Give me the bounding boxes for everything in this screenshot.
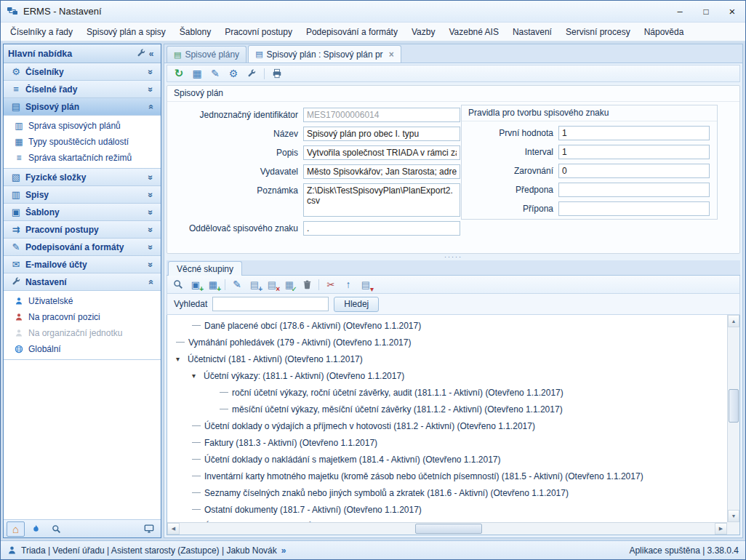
- chevron-double-up-icon[interactable]: »: [145, 102, 156, 112]
- scroll-right-button[interactable]: ▶: [715, 523, 727, 535]
- tree-item[interactable]: Vymáhání pohledávek (179 - Aktivní) (Ote…: [167, 334, 727, 351]
- menu-item-pracovni-postupy[interactable]: Pracovní postupy: [218, 25, 299, 39]
- menu-item-ciselniky-a-rady[interactable]: Číselníky a řady: [4, 25, 79, 39]
- print-button[interactable]: [269, 66, 285, 81]
- search-button[interactable]: Hledej: [334, 297, 379, 312]
- search-input[interactable]: [212, 297, 329, 311]
- chevron-double-down-icon[interactable]: »: [145, 190, 156, 200]
- expander-icon[interactable]: ▾: [176, 355, 188, 363]
- menu-item-vazebne-ais[interactable]: Vazebné AIS: [442, 25, 505, 39]
- menu-item-servisni-procesy[interactable]: Servisní procesy: [559, 25, 637, 39]
- vertical-scrollbar[interactable]: ▲ ▼: [727, 315, 739, 522]
- export-button[interactable]: ▤▾: [358, 277, 374, 292]
- sidebar-item-typy-spoustecich-udalosti[interactable]: ▦ Typy spouštěcích událostí: [4, 134, 161, 150]
- sidebar-group-podepisovani-a-formaty[interactable]: ✎ Podepisování a formáty »: [4, 239, 161, 256]
- home-button[interactable]: ⌂: [7, 521, 25, 537]
- edit-item-button[interactable]: ✎: [229, 277, 245, 292]
- status-more-button[interactable]: »: [281, 545, 286, 556]
- validate-button[interactable]: ▦✓: [281, 277, 297, 292]
- menu-item-sablony[interactable]: Šablony: [173, 25, 217, 39]
- sidebar-item-globalni[interactable]: Globální: [4, 341, 161, 357]
- search-button-sidebar[interactable]: [47, 521, 65, 537]
- scroll-up-button[interactable]: ▲: [728, 315, 739, 327]
- tree-item[interactable]: Daně placené obcí (178.6 - Aktivní) (Ote…: [167, 317, 727, 334]
- open-window-button[interactable]: ▣+: [188, 277, 204, 292]
- menu-item-podepisovani-a-formaty[interactable]: Podepisování a formáty: [300, 25, 404, 39]
- vydavatel-field[interactable]: [303, 164, 460, 179]
- poznamka-field[interactable]: Z:\Disk\TestSpisovyPlan\PlanExport2.csv: [303, 183, 460, 217]
- chevron-double-up-icon[interactable]: »: [145, 277, 156, 287]
- tree-item[interactable]: ▾Účetní výkazy: (181.1 - Aktivní) (Otevř…: [167, 367, 727, 384]
- flame-button[interactable]: [27, 521, 45, 537]
- tree-item[interactable]: Účetní doklady o výdajích a příjmech v h…: [167, 417, 727, 434]
- sidebar-group-ciselniky[interactable]: ⚙ Číselníky »: [4, 63, 161, 81]
- menu-item-nastaveni[interactable]: Nastavení: [506, 25, 558, 39]
- chevron-double-down-icon[interactable]: »: [145, 225, 156, 235]
- horizontal-scrollbar[interactable]: ◀ ▶: [167, 522, 727, 535]
- zarovnani-field[interactable]: [558, 164, 710, 178]
- identifikator-field[interactable]: [303, 108, 460, 122]
- tree-item[interactable]: Seznamy číselných znaků nebo jiných symb…: [167, 484, 727, 501]
- tree-item[interactable]: ▾Účetnictví (181 - Aktivní) (Otevřeno 1.…: [167, 351, 727, 367]
- minimize-button[interactable]: –: [667, 1, 693, 22]
- tab-close-button[interactable]: ×: [389, 49, 394, 60]
- wrench-icon[interactable]: [137, 49, 146, 58]
- delete-button[interactable]: [299, 277, 315, 292]
- maximize-button[interactable]: □: [693, 1, 719, 22]
- menu-item-spisovy-plan-a-spisy[interactable]: Spisový plán a spisy: [80, 25, 172, 39]
- pripona-field[interactable]: [558, 201, 710, 216]
- menu-item-vazby[interactable]: Vazby: [405, 25, 441, 39]
- close-button[interactable]: ×: [719, 1, 745, 22]
- collapse-sidebar-button[interactable]: «: [146, 49, 156, 59]
- cut-button[interactable]: ✂: [323, 277, 339, 292]
- menu-item-napoveda[interactable]: Nápověda: [638, 25, 691, 39]
- scrollbar-track[interactable]: [180, 523, 715, 535]
- remove-item-button[interactable]: ▤×: [264, 277, 280, 292]
- nazev-field[interactable]: [303, 127, 460, 141]
- oddelovac-field[interactable]: [303, 221, 460, 236]
- predpona-field[interactable]: [558, 183, 710, 197]
- scroll-down-button[interactable]: ▼: [728, 510, 739, 522]
- expander-icon[interactable]: ▾: [192, 372, 204, 380]
- tree-item[interactable]: Faktury (181.3 - Aktivní) (Otevřeno 1.1.…: [167, 434, 727, 451]
- scrollbar-thumb[interactable]: [729, 389, 739, 423]
- sidebar-group-sablony[interactable]: ▣ Šablony »: [4, 204, 161, 221]
- new-item-button[interactable]: ▤+: [246, 277, 262, 292]
- sidebar-item-uzivatelske[interactable]: Uživatelské: [4, 293, 161, 309]
- popis-field[interactable]: [303, 145, 460, 160]
- move-up-button[interactable]: ↑: [340, 277, 356, 292]
- scroll-left-button[interactable]: ◀: [167, 523, 180, 535]
- tree-item[interactable]: roční účetní výkazy, roční účetní závěrk…: [167, 384, 727, 401]
- sidebar-group-spisy[interactable]: ▥ Spisy »: [4, 186, 161, 204]
- chevron-double-down-icon[interactable]: »: [145, 242, 156, 252]
- tab-vecne-skupiny[interactable]: Věcné skupiny: [168, 261, 242, 276]
- sidebar-group-fyzicke-slozky[interactable]: ▧ Fyzické složky »: [4, 169, 161, 186]
- add-button[interactable]: ▦+: [205, 277, 221, 292]
- tree-item[interactable]: Inventární karty hmotného majetku (kromě…: [167, 468, 727, 484]
- tab-spisove-plany[interactable]: ▤ Spisové plány: [167, 46, 246, 63]
- chevron-double-down-icon[interactable]: »: [145, 172, 156, 183]
- chevron-double-down-icon[interactable]: »: [145, 207, 156, 217]
- refresh-button[interactable]: ↻: [171, 66, 187, 81]
- preview-button[interactable]: [170, 277, 186, 292]
- tools-button[interactable]: [244, 66, 260, 81]
- edit-button[interactable]: ✎: [207, 66, 223, 81]
- interval-field[interactable]: [558, 145, 710, 159]
- scrollbar-track[interactable]: [728, 327, 739, 510]
- view-list-button[interactable]: ▦: [189, 66, 205, 81]
- sidebar-group-nastaveni[interactable]: Nastavení »: [4, 273, 161, 291]
- chevron-double-down-icon[interactable]: »: [145, 84, 156, 95]
- sidebar-group-pracovni-postupy[interactable]: ⇉ Pracovní postupy »: [4, 221, 161, 239]
- prvni-hodnota-field[interactable]: [558, 126, 710, 140]
- chevron-double-down-icon[interactable]: »: [145, 260, 156, 270]
- tree-item[interactable]: Ostatní dokumenty (181.7 - Aktivní) (Ote…: [167, 501, 727, 518]
- sidebar-group-spisovy-plan[interactable]: ▤ Spisový plán »: [4, 98, 161, 116]
- settings-button[interactable]: ⚙: [225, 66, 241, 81]
- tree-item[interactable]: měsíční účetní výkazy, měsíční účetní zá…: [167, 401, 727, 417]
- sidebar-group-ciselne-rady[interactable]: ≡ Číselné řady »: [4, 81, 161, 98]
- scrollbar-thumb[interactable]: [415, 524, 482, 534]
- sidebar-item-sprava-skartacnich-rezimu[interactable]: ≡ Správa skartačních režimů: [4, 150, 161, 166]
- sidebar-group-emailove-ucty[interactable]: ✉ E-mailové účty »: [4, 256, 161, 273]
- sidebar-item-sprava-spisovych-planu[interactable]: ▥ Správa spisových plánů: [4, 118, 161, 134]
- chevron-double-down-icon[interactable]: »: [145, 67, 156, 77]
